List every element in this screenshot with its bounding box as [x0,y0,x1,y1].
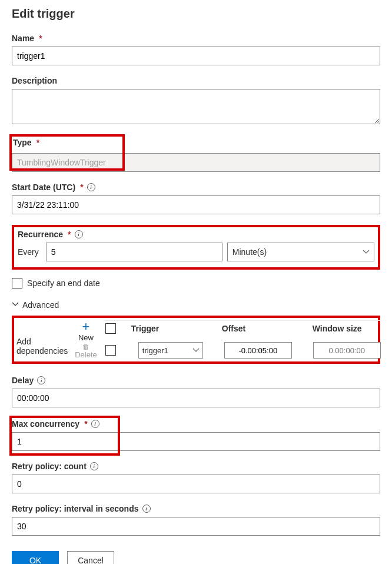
delay-field: Delay i [12,376,380,407]
highlight-box-recurrence: Recurrence* i Every Minute(s) [12,225,380,270]
start-date-input[interactable] [12,195,380,214]
select-all-checkbox[interactable] [105,323,116,334]
row-checkbox[interactable] [105,345,116,356]
dependency-offset-input[interactable] [224,342,292,359]
type-input [12,153,380,172]
retry-interval-input[interactable] [12,517,380,536]
highlight-box-dependencies: Add dependencies + New 🗑 Delete Trigger … [12,316,380,364]
start-date-field: Start Date (UTC)* i [12,183,380,214]
info-icon[interactable]: i [91,420,99,428]
recurrence-value-input[interactable] [46,243,222,261]
info-icon[interactable]: i [37,376,45,384]
page-title: Edit trigger [12,7,380,21]
new-dependency-button[interactable]: New [78,333,94,342]
add-dependencies-label: Add dependencies [16,320,68,356]
recurrence-unit-value: Minute(s) [232,247,267,257]
max-concurrency-field: Max concurrency* i [12,418,380,451]
retry-count-label: Retry policy: count [12,462,87,471]
delay-label: Delay [12,376,34,385]
start-date-label: Start Date (UTC) [12,183,75,192]
type-label: Type [13,138,32,147]
required-asterisk: * [84,419,87,429]
max-concurrency-input[interactable] [12,432,380,451]
col-window-size: Window size [313,324,380,333]
table-row: trigger1 [104,342,381,359]
cancel-button[interactable]: Cancel [67,551,114,564]
name-label: Name [12,34,34,43]
recurrence-label: Recurrence [18,230,63,239]
plus-icon: + [82,320,90,333]
dependency-trigger-select[interactable]: trigger1 [138,342,203,359]
name-field: Name* [12,34,380,65]
dependency-trigger-value: trigger1 [142,346,168,355]
retry-interval-field: Retry policy: interval in seconds i [12,504,380,536]
delete-dependency-button[interactable]: Delete [75,350,97,359]
delay-input[interactable] [12,389,380,407]
dependency-window-size-input[interactable] [313,342,381,359]
description-label: Description [12,76,57,85]
info-icon[interactable]: i [87,183,95,191]
type-field: Type* [12,137,380,172]
dependencies-table: Trigger Offset Window size trigger1 [104,320,381,359]
retry-count-input[interactable] [12,475,380,493]
required-asterisk: * [68,230,71,239]
info-icon[interactable]: i [75,230,83,238]
specify-end-date-row: Specify an end date [12,278,380,288]
recurrence-unit-select[interactable]: Minute(s) [227,243,374,261]
advanced-toggle[interactable]: Advanced [12,300,59,310]
every-label: Every [18,247,39,257]
col-offset: Offset [222,324,298,333]
specify-end-date-label: Specify an end date [27,278,100,288]
description-textarea[interactable] [12,89,380,124]
info-icon[interactable]: i [90,462,98,470]
ok-button[interactable]: OK [12,551,59,564]
specify-end-date-checkbox[interactable] [12,278,22,288]
trash-icon: 🗑 [82,343,89,350]
max-concurrency-label: Max concurrency [12,419,79,429]
advanced-label: Advanced [22,300,59,310]
chevron-down-icon [12,300,19,310]
required-asterisk: * [39,34,42,43]
required-asterisk: * [80,183,83,192]
retry-count-field: Retry policy: count i [12,462,380,493]
description-field: Description [12,76,380,126]
info-icon[interactable]: i [142,505,151,513]
retry-interval-label: Retry policy: interval in seconds [12,504,139,513]
button-bar: OK Cancel [12,551,380,564]
name-input[interactable] [12,47,380,65]
required-asterisk: * [36,138,39,147]
col-trigger: Trigger [131,324,208,333]
